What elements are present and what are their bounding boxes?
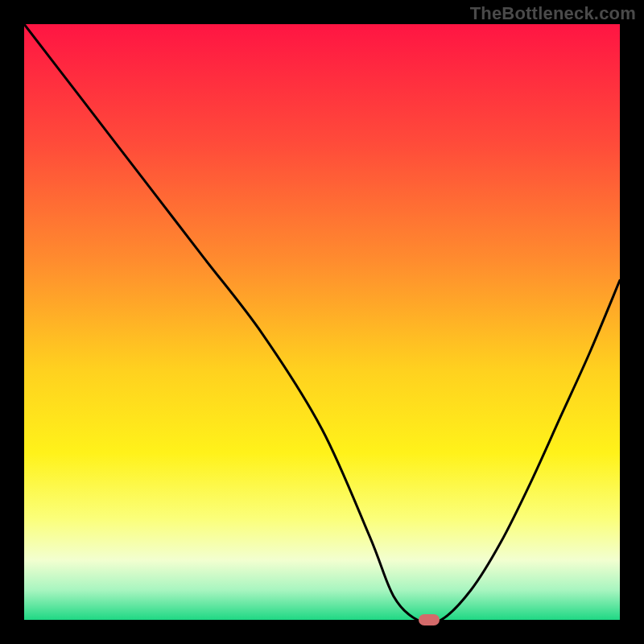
attribution-label: TheBottleneck.com: [470, 3, 636, 24]
bottleneck-plot: [24, 24, 620, 620]
chart-frame: TheBottleneck.com: [0, 0, 644, 644]
plot-background: [24, 24, 620, 620]
optimal-point-marker: [419, 614, 440, 625]
